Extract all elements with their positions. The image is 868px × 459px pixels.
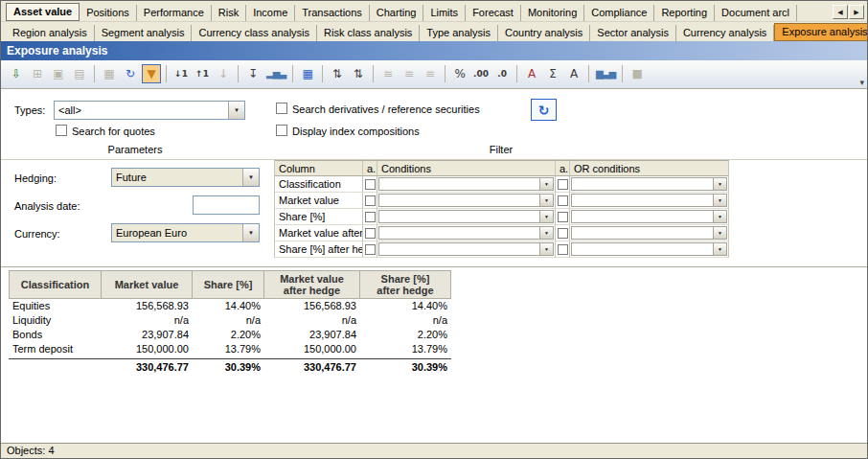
copy-icon[interactable]: ⊞: [28, 64, 47, 83]
chevron-down-icon[interactable]: ▼: [539, 178, 553, 190]
share-after-hedge-cell: 13.79%: [360, 342, 451, 356]
hedging-label: Hedging:: [14, 172, 57, 184]
tab-exposure-analysis[interactable]: Exposure analysis: [774, 23, 868, 41]
subtotal-icon[interactable]: ↧: [243, 64, 263, 83]
decrease-decimal-icon[interactable]: .0: [492, 64, 512, 83]
import-icon[interactable]: ⇩: [7, 64, 26, 83]
types-combo[interactable]: <all> ▼: [54, 101, 245, 120]
tab-currency-class-analysis[interactable]: Currency class analysis: [192, 25, 317, 41]
tab-positions[interactable]: Positions: [80, 5, 137, 21]
filter-or-active-checkbox[interactable]: [558, 179, 568, 190]
chevron-down-icon[interactable]: ▼: [713, 243, 726, 255]
filter-active-checkbox[interactable]: [365, 228, 376, 239]
tile-icon[interactable]: ▦: [100, 64, 119, 83]
tab-scroll-right-icon[interactable]: ▶: [849, 5, 864, 19]
filter-conditions-value: [379, 243, 539, 255]
tab-charting[interactable]: Charting: [370, 5, 424, 21]
tab-income[interactable]: Income: [246, 5, 295, 21]
filter-active-checkbox[interactable]: [365, 179, 376, 190]
chevron-down-icon[interactable]: ▼: [539, 227, 553, 239]
font-icon[interactable]: A: [564, 64, 583, 83]
chevron-down-icon[interactable]: ▼: [713, 211, 726, 222]
chevron-down-icon[interactable]: ▼: [242, 169, 259, 186]
tab-document-archive[interactable]: Document arcl: [715, 5, 797, 21]
analysis-date-input[interactable]: [193, 195, 260, 215]
drill-all-icon[interactable]: ↓: [214, 64, 233, 83]
font-color-icon[interactable]: A: [522, 64, 541, 83]
tab-risk[interactable]: Risk: [212, 5, 246, 21]
tab-type-analysis[interactable]: Type analysis: [420, 25, 498, 41]
types-combo-value: <all>: [55, 102, 228, 119]
histogram-icon[interactable]: ▂▅▃: [264, 64, 287, 83]
tab-performance[interactable]: Performance: [137, 5, 212, 21]
tab-risk-class-analysis[interactable]: Risk class analysis: [317, 25, 420, 41]
tab-monitoring[interactable]: Monitoring: [521, 5, 584, 21]
filter-or-conditions-combo[interactable]: ▼: [571, 194, 727, 207]
search-derivatives-checkbox[interactable]: [276, 103, 287, 114]
refresh-button[interactable]: ↻: [531, 99, 557, 121]
sort-descending-icon[interactable]: ⇅: [349, 64, 368, 83]
align-left-icon[interactable]: ≡: [378, 64, 398, 83]
tab-reporting[interactable]: Reporting: [654, 5, 715, 21]
filter-active-checkbox[interactable]: [365, 195, 376, 206]
tab-currency-analysis[interactable]: Currency analysis: [676, 25, 774, 41]
filter-active-checkbox[interactable]: [365, 212, 376, 222]
align-right-icon[interactable]: ≡: [421, 64, 440, 83]
tab-region-analysis[interactable]: Region analysis: [6, 25, 95, 41]
refresh-icon[interactable]: ↻: [121, 64, 140, 83]
chevron-down-icon[interactable]: ▼: [713, 195, 726, 206]
percent-icon[interactable]: %: [450, 64, 469, 83]
toolbar-overflow-icon[interactable]: ▾: [859, 78, 864, 87]
filter-conditions-combo[interactable]: ▼: [378, 194, 554, 207]
hedging-combo[interactable]: Future ▼: [111, 168, 260, 187]
filter-conditions-value: [379, 195, 539, 206]
filter-or-active-checkbox[interactable]: [558, 195, 568, 206]
drill-down-one-icon[interactable]: ↓1: [171, 64, 191, 83]
chart-icon[interactable]: ▆▃▅: [594, 64, 617, 83]
filter-conditions-cell: ▼: [377, 241, 556, 258]
chevron-down-icon[interactable]: ▼: [539, 195, 553, 206]
tab-scroll-left-icon[interactable]: ◀: [833, 5, 848, 19]
chevron-down-icon[interactable]: ▼: [242, 224, 259, 241]
chevron-down-icon[interactable]: ▼: [539, 243, 553, 255]
filter-or-conditions-combo[interactable]: ▼: [571, 210, 727, 223]
results-divider: [1, 266, 867, 267]
table-icon[interactable]: ▦: [298, 64, 317, 83]
tab-limits[interactable]: Limits: [423, 5, 466, 21]
filter-conditions-combo[interactable]: ▼: [378, 242, 554, 256]
layout-icon[interactable]: ▣: [49, 64, 68, 83]
tab-asset-value[interactable]: Asset value: [6, 3, 80, 21]
filter-or-active-checkbox[interactable]: [558, 244, 568, 255]
tab-country-analysis[interactable]: Country analysis: [498, 25, 590, 41]
filter-or-conditions-combo[interactable]: ▼: [571, 242, 727, 256]
currency-combo[interactable]: European Euro ▼: [111, 223, 260, 242]
filter-active-checkbox[interactable]: [365, 244, 376, 255]
filter-conditions-combo[interactable]: ▼: [378, 177, 554, 191]
sort-ascending-icon[interactable]: ⇅: [328, 64, 347, 83]
filter-icon[interactable]: ▼: [142, 64, 161, 83]
filter-or-active-checkbox[interactable]: [558, 228, 568, 239]
align-center-icon[interactable]: ≡: [400, 64, 419, 83]
display-index-checkbox[interactable]: [276, 125, 287, 136]
tab-transactions[interactable]: Transactions: [295, 5, 370, 21]
tab-forecast[interactable]: Forecast: [466, 5, 521, 21]
drill-up-one-icon[interactable]: ↑1: [193, 64, 212, 83]
chevron-down-icon[interactable]: ▼: [713, 178, 726, 190]
display-index-label: Display index compositions: [292, 126, 420, 137]
chevron-down-icon[interactable]: ▼: [539, 211, 553, 222]
filter-or-conditions-combo[interactable]: ▼: [571, 226, 727, 240]
tab-compliance[interactable]: Compliance: [584, 5, 654, 21]
chevron-down-icon[interactable]: ▼: [713, 227, 726, 239]
filter-or-conditions-combo[interactable]: ▼: [571, 177, 727, 191]
filter-conditions-combo[interactable]: ▼: [378, 226, 554, 240]
chevron-down-icon[interactable]: ▼: [228, 102, 244, 119]
increase-decimal-icon[interactable]: .00: [471, 64, 491, 83]
filter-or-active-checkbox[interactable]: [558, 212, 568, 222]
search-quotes-checkbox[interactable]: [56, 125, 67, 136]
filter-conditions-combo[interactable]: ▼: [378, 210, 554, 223]
tab-segment-analysis[interactable]: Segment analysis: [95, 25, 193, 41]
stop-icon[interactable]: ■: [628, 64, 647, 83]
sum-icon[interactable]: Σ: [543, 64, 562, 83]
tab-sector-analysis[interactable]: Sector analysis: [590, 25, 676, 41]
panels-icon[interactable]: ▤: [70, 64, 89, 83]
